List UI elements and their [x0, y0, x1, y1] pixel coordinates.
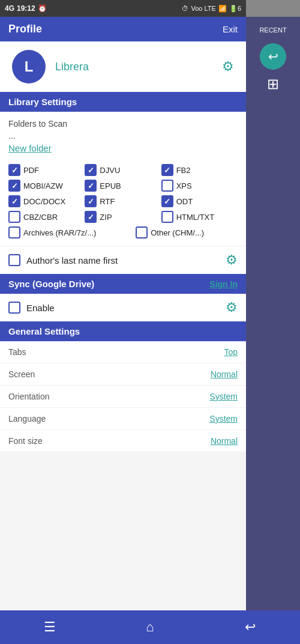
- rtf-checkbox[interactable]: [85, 195, 97, 207]
- library-settings-header: Library Settings: [0, 92, 246, 112]
- orientation-key: Orientation: [8, 392, 209, 401]
- other-label: Other (CHM/...): [151, 228, 204, 237]
- doc-label: DOC/DOCX: [23, 197, 65, 206]
- pdf-checkbox[interactable]: [8, 164, 20, 176]
- file-type-row-3: DOC/DOCX RTF ODT: [8, 195, 238, 207]
- screen-row: Screen Normal: [0, 363, 246, 386]
- enable-checkbox[interactable]: [8, 302, 20, 314]
- wifi-icon: 📶: [218, 5, 227, 13]
- epub-checkbox[interactable]: [85, 180, 97, 192]
- folders-label: Folders to Scan: [8, 117, 238, 130]
- menu-icon: ☰: [44, 619, 56, 635]
- archives-label: Archives (RAR/7z/...): [23, 228, 96, 237]
- profile-gear-icon[interactable]: ⚙: [222, 59, 234, 74]
- file-type-row-4: CBZ/CBR ZIP HTML/TXT: [8, 211, 238, 223]
- mobi-col: MOBI/AZW: [8, 180, 85, 192]
- tabs-value[interactable]: Top: [224, 347, 238, 357]
- grid-view-icon[interactable]: ⊞: [267, 76, 279, 93]
- main-panel: Profile Exit L Librera ⚙ Library Setting…: [0, 17, 246, 644]
- sync-gear-icon[interactable]: ⚙: [226, 300, 238, 315]
- doc-checkbox[interactable]: [8, 195, 20, 207]
- language-key: Language: [8, 414, 209, 424]
- other-checkbox[interactable]: [136, 226, 148, 238]
- html-checkbox[interactable]: [161, 211, 173, 223]
- djvu-label: DJVU: [100, 166, 120, 175]
- rtf-label: RTF: [100, 197, 115, 206]
- font-size-key: Font size: [8, 436, 211, 446]
- author-label: Author's last name first: [26, 255, 220, 266]
- enable-label: Enable: [26, 303, 220, 313]
- home-nav-button[interactable]: ⌂: [135, 615, 165, 639]
- clock-icon: ⏱: [182, 5, 188, 12]
- battery-icon: 🔋6: [229, 5, 241, 13]
- enable-row: Enable ⚙: [0, 294, 246, 321]
- file-type-row-1: PDF DJVU FB2: [8, 164, 238, 176]
- home-icon: ⌂: [146, 619, 154, 635]
- folders-section: Folders to Scan ... New folder: [0, 112, 246, 162]
- screen-key: Screen: [8, 369, 211, 379]
- font-size-row: Font size Normal: [0, 430, 246, 452]
- cbz-label: CBZ/CBR: [23, 213, 58, 222]
- sign-in-button[interactable]: Sign In: [209, 279, 238, 289]
- odt-checkbox[interactable]: [161, 195, 173, 207]
- exit-button[interactable]: Exit: [223, 24, 238, 34]
- pdf-label: PDF: [23, 166, 39, 175]
- fb2-checkbox[interactable]: [161, 164, 173, 176]
- lte-icon: Voo LTE: [191, 5, 215, 12]
- profile-title: Profile: [8, 23, 42, 35]
- new-folder-link[interactable]: New folder: [8, 142, 238, 157]
- sync-header: Sync (Google Drive) Sign In: [0, 274, 246, 294]
- sync-label: Sync (Google Drive): [8, 279, 94, 289]
- right-panel: RECENT ↩ ⊞: [246, 17, 300, 644]
- status-right: ⏱ Voo LTE 📶 🔋6: [182, 5, 241, 13]
- orientation-row: Orientation System: [0, 386, 246, 408]
- back-round-button[interactable]: ↩: [260, 43, 286, 70]
- file-type-row-5: Archives (RAR/7z/...) Other (CHM/...): [8, 226, 238, 238]
- status-bar: 4G 19:12 ⏰ ⏱ Voo LTE 📶 🔋6: [0, 0, 246, 17]
- cbz-checkbox[interactable]: [8, 211, 20, 223]
- avatar[interactable]: L: [12, 50, 46, 84]
- mobi-checkbox[interactable]: [8, 180, 20, 192]
- time: 19:12: [17, 4, 35, 13]
- djvu-checkbox[interactable]: [85, 164, 97, 176]
- other-col: Other (CHM/...): [136, 226, 238, 238]
- author-gear-icon[interactable]: ⚙: [226, 252, 238, 268]
- recent-tab[interactable]: RECENT: [257, 23, 289, 37]
- menu-nav-button[interactable]: ☰: [35, 615, 65, 639]
- file-types-grid: PDF DJVU FB2 MOBI/AZW EPUB XPS: [0, 162, 246, 246]
- epub-col: EPUB: [85, 180, 161, 192]
- tabs-row: Tabs Top: [0, 341, 246, 363]
- signal-icon: 4G: [5, 4, 14, 13]
- alarm-icon: ⏰: [38, 4, 47, 13]
- cbz-col: CBZ/CBR: [8, 211, 85, 223]
- zip-checkbox[interactable]: [85, 211, 97, 223]
- html-col: HTML/TXT: [161, 211, 238, 223]
- language-value[interactable]: System: [209, 414, 238, 424]
- archives-col: Archives (RAR/7z/...): [8, 226, 136, 238]
- back-round-icon: ↩: [268, 49, 278, 64]
- dots-label: ...: [8, 130, 238, 142]
- profile-header: Profile Exit: [0, 17, 246, 41]
- orientation-value[interactable]: System: [209, 392, 238, 401]
- xps-checkbox[interactable]: [161, 180, 173, 192]
- mobi-label: MOBI/AZW: [23, 181, 63, 190]
- archives-checkbox[interactable]: [8, 226, 20, 238]
- back-nav-button[interactable]: ↩: [235, 615, 265, 639]
- doc-col: DOC/DOCX: [8, 195, 85, 207]
- file-type-row-2: MOBI/AZW EPUB XPS: [8, 180, 238, 192]
- author-checkbox[interactable]: [8, 254, 20, 266]
- zip-label: ZIP: [100, 213, 112, 222]
- rtf-col: RTF: [85, 195, 161, 207]
- recent-label: RECENT: [259, 26, 286, 34]
- xps-label: XPS: [176, 181, 192, 190]
- screen-value[interactable]: Normal: [211, 369, 238, 379]
- status-left: 4G 19:12 ⏰: [5, 4, 47, 13]
- font-size-value[interactable]: Normal: [211, 436, 238, 446]
- bottom-nav: ☰ ⌂ ↩: [0, 610, 300, 644]
- xps-col: XPS: [161, 180, 238, 192]
- username-link[interactable]: Librera: [55, 61, 212, 73]
- tabs-key: Tabs: [8, 347, 224, 357]
- djvu-col: DJVU: [85, 164, 161, 176]
- odt-col: ODT: [161, 195, 238, 207]
- avatar-row: L Librera ⚙: [0, 41, 246, 92]
